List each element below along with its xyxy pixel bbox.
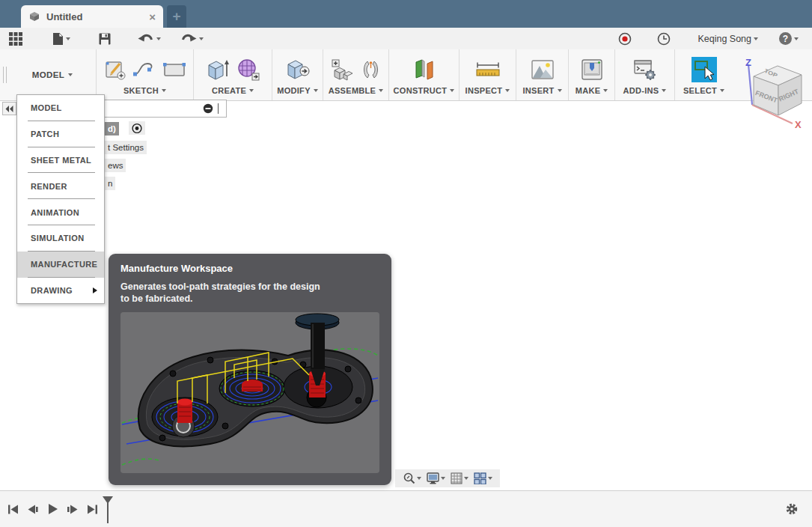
create-form-button[interactable] [236, 58, 260, 82]
construct-plane-button[interactable] [412, 58, 437, 82]
press-pull-icon [285, 58, 311, 82]
chevron-down-icon [754, 37, 758, 40]
new-solid-button[interactable] [205, 58, 231, 82]
record-button[interactable] [615, 31, 635, 47]
chevron-down-icon [249, 89, 254, 92]
go-to-start-icon[interactable] [7, 504, 19, 515]
insert-group-label[interactable]: INSERT [522, 86, 561, 95]
image-icon [531, 59, 555, 80]
step-forward-icon[interactable] [67, 504, 79, 515]
browser-item-named-views[interactable]: ews [105, 159, 126, 172]
addins-group-label[interactable]: ADD-INS [623, 86, 667, 95]
undo-button[interactable] [135, 31, 164, 46]
inspect-group-label[interactable]: INSPECT [465, 86, 510, 95]
timeline-settings-button[interactable] [785, 502, 799, 519]
browser-collapse-button[interactable] [2, 102, 16, 115]
press-pull-button[interactable] [285, 58, 311, 82]
make-group-label[interactable]: MAKE [576, 86, 608, 95]
spline-icon [132, 59, 156, 80]
chevron-down-icon [314, 89, 318, 92]
radio-visible-icon [132, 123, 142, 134]
chevron-down-icon [379, 89, 383, 92]
viewports-button[interactable] [474, 472, 492, 484]
help-icon: ? [779, 32, 792, 45]
qat-right: Keqing Song ? [615, 31, 812, 47]
display-settings-button[interactable] [427, 472, 445, 484]
browser-item-document-settings[interactable]: t Settings [105, 141, 147, 154]
ribbon-group-construct: CONSTRUCT [388, 49, 459, 100]
viewcube[interactable]: TOP FRONT RIGHT Z X [736, 57, 811, 129]
zoom-tools-button[interactable] [403, 472, 421, 484]
step-back-icon[interactable] [27, 504, 39, 515]
go-to-end-icon[interactable] [87, 504, 98, 515]
menu-item-patch[interactable]: PATCH [17, 121, 104, 147]
help-menu[interactable]: ? [776, 31, 802, 46]
save-button[interactable] [96, 31, 114, 46]
grid-layout-icon [451, 472, 463, 484]
undo-icon [138, 33, 154, 44]
grid-icon [9, 32, 22, 46]
construct-group-label[interactable]: CONSTRUCT [394, 86, 455, 95]
circle-minus-icon[interactable] [203, 103, 213, 114]
timeline-position-marker[interactable] [102, 496, 114, 526]
sketch-group-label[interactable]: SKETCH [123, 86, 166, 95]
ribbon-group-sketch: SKETCH [96, 49, 193, 100]
form-icon [236, 58, 260, 82]
workspace-label: MODEL [32, 70, 65, 79]
chevron-down-icon [464, 477, 468, 480]
browser-item-document[interactable]: d) [105, 122, 119, 135]
menu-item-manufacture[interactable]: MANUFACTURE [17, 252, 104, 278]
svg-text:Z: Z [745, 57, 751, 68]
menu-item-model[interactable]: MODEL [17, 95, 104, 121]
chevron-down-icon [156, 37, 161, 40]
user-menu[interactable]: Keqing Song [695, 32, 761, 46]
grid-snaps-button[interactable] [451, 472, 468, 484]
sketch-rectangle-button[interactable] [162, 61, 186, 79]
file-menu-button[interactable] [49, 31, 73, 47]
assemble-group-label[interactable]: ASSEMBLE [329, 86, 384, 95]
menu-item-animation[interactable]: ANIMATION [17, 199, 104, 225]
modify-group-label[interactable]: MODIFY [277, 86, 318, 95]
monitor-icon [427, 472, 439, 484]
quick-access-toolbar: Keqing Song ? [0, 28, 812, 49]
timeline-marker-icon [102, 496, 114, 523]
create-sketch-button[interactable] [104, 58, 126, 81]
new-component-button[interactable] [330, 58, 354, 82]
menu-item-sheet-metal[interactable]: SHEET METAL [17, 147, 104, 174]
new-tab-button[interactable]: + [167, 5, 186, 28]
construct-plane-icon [412, 58, 437, 82]
ribbon-group-addins: ADD-INS [614, 49, 674, 100]
tab-bar: Untitled × + [0, 0, 812, 28]
chevron-down-icon [68, 73, 73, 76]
scripts-addins-button[interactable] [633, 58, 657, 81]
create-group-label[interactable]: CREATE [212, 86, 254, 95]
app-launcher-button[interactable] [6, 31, 25, 47]
viewcube-icon: TOP FRONT RIGHT Z X [736, 57, 811, 129]
chevron-down-icon [162, 89, 166, 92]
joint-button[interactable] [360, 58, 382, 81]
ribbon-toolbar: MODEL [0, 49, 812, 101]
menu-item-render[interactable]: RENDER [17, 173, 104, 199]
browser-item-visibility[interactable] [129, 121, 145, 135]
select-group-label[interactable]: SELECT [683, 86, 724, 95]
browser-item-origin[interactable]: n [105, 177, 115, 190]
play-icon[interactable] [47, 503, 58, 515]
magnifier-icon [403, 472, 415, 484]
tab-title: Untitled [46, 11, 143, 22]
tab-close-icon[interactable]: × [149, 10, 156, 23]
make-3d-print-button[interactable] [580, 58, 604, 81]
sketch-spline-button[interactable] [132, 59, 156, 80]
history-button[interactable] [654, 31, 674, 47]
gear-icon [785, 502, 799, 516]
insert-canvas-button[interactable] [531, 59, 555, 80]
redo-button[interactable] [177, 31, 207, 46]
select-button[interactable] [692, 57, 717, 82]
toolbar-grip[interactable] [0, 49, 9, 100]
new-component-icon [330, 58, 354, 82]
document-tab[interactable]: Untitled × [21, 5, 163, 28]
measure-button[interactable] [474, 60, 501, 79]
ribbon-group-select: SELECT [674, 49, 733, 100]
workspace-selector[interactable]: MODEL [26, 66, 79, 84]
menu-item-simulation[interactable]: SIMULATION [17, 225, 104, 252]
menu-item-drawing[interactable]: DRAWING [17, 278, 104, 304]
